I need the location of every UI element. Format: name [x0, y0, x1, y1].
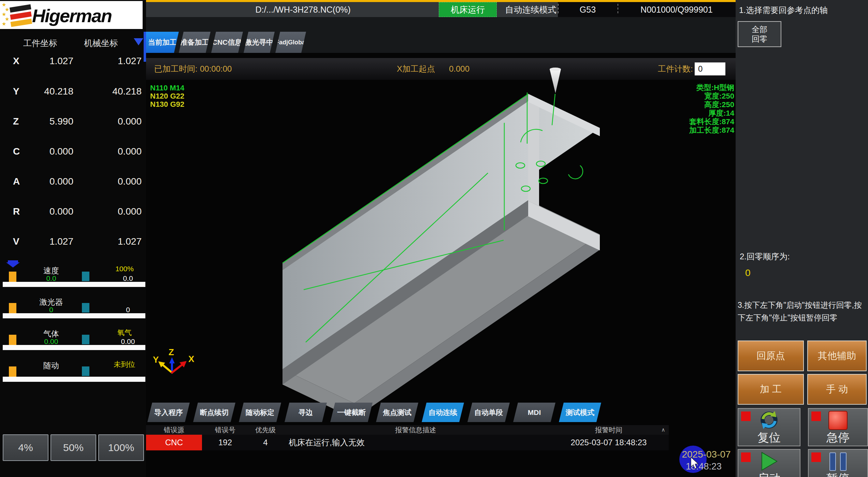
machine-status-button[interactable]: 机床运行: [439, 2, 497, 17]
reset-button[interactable]: 复位: [738, 408, 800, 446]
gauge-marker-teal: [82, 272, 89, 281]
axis-work-value: 0.000: [20, 146, 73, 157]
alarm-priority-cell: 4: [248, 435, 283, 450]
alarm-time-cell: 2025-03-07 18:48:23: [549, 435, 669, 450]
axis-work-value: 0.000: [20, 206, 73, 217]
axis-work-value: 40.218: [20, 86, 73, 97]
axis-y-label: Y: [153, 355, 159, 365]
view-zoom-100-button[interactable]: 100%: [98, 434, 144, 461]
view-zoom-4-button[interactable]: 4%: [3, 434, 48, 461]
pause-button[interactable]: 暂停: [808, 449, 868, 477]
gauge-right-value: 0.00: [104, 337, 152, 346]
axis-triad-icon: Y Z X: [153, 347, 194, 373]
gauge-label: 随动: [19, 360, 84, 371]
axis-name: Y: [13, 86, 19, 97]
tab-cnc-info[interactable]: CNC信息: [211, 32, 243, 53]
axis-name: V: [13, 236, 19, 247]
alarm-message-cell: 机床在运行,输入无效: [283, 435, 549, 450]
mouse-cursor-icon: [691, 457, 699, 469]
axis-machine-value: 0.000: [89, 176, 142, 187]
laser-nozzle-icon: [550, 68, 561, 93]
tab-import-program[interactable]: 导入程序: [147, 403, 190, 422]
tab-laser-centering[interactable]: 激光寻中: [244, 32, 275, 53]
go-origin-button[interactable]: 回原点: [738, 341, 804, 371]
tab-follow-calibration[interactable]: 随动标定: [239, 403, 281, 422]
cnc-hmi-screen: ★ ★ ★ ★ ★ Higerman 工件坐标 机械坐标 X 1.027 1.0…: [0, 0, 868, 477]
axis-machine-value: 40.218: [89, 86, 142, 97]
gauge-left-value: 0.00: [27, 337, 75, 346]
homing-panel: 1.选择需要回参考点的轴 全部 回零 2.回零顺序为: 0 3.按下左下角"启动…: [736, 0, 868, 477]
alarm-table-row[interactable]: CNC 192 4 机床在运行,输入无效 2025-03-07 18:48:23: [146, 435, 669, 450]
gauge-bar: [3, 313, 145, 318]
homing-step1-text: 1.选择需要回参考点的轴: [739, 5, 828, 16]
gauge-marker-orange: [9, 366, 16, 377]
alarm-source-cell: CNC: [146, 435, 202, 450]
sidebar: ★ ★ ★ ★ ★ Higerman 工件坐标 机械坐标 X 1.027 1.0…: [0, 0, 146, 477]
other-aux-button[interactable]: 其他辅助: [807, 341, 867, 371]
table-scroll-up-icon[interactable]: ∧: [661, 427, 665, 433]
start-button[interactable]: 启动: [738, 449, 800, 477]
gauge-marker-orange: [9, 335, 16, 345]
tab-auto-continuous[interactable]: 自动连续: [422, 403, 464, 422]
sidebar-scrollbar[interactable]: [144, 32, 146, 62]
alarm-table-header: 错误源 错误号 优先级 报警信息描述 报警时间: [146, 425, 669, 435]
alarm-header-code: 错误号: [202, 425, 248, 435]
machine-coord-header: 机械坐标: [81, 38, 121, 49]
view-zoom-50-button[interactable]: 50%: [50, 434, 96, 461]
estop-button[interactable]: 急停: [808, 408, 868, 446]
axis-machine-value: 0.000: [89, 146, 142, 157]
pause-icon: [829, 452, 847, 471]
alarm-code-cell: 192: [202, 435, 248, 450]
tab-fadjglobal[interactable]: FadjGlobalSe: [275, 32, 306, 53]
axis-name: A: [13, 176, 20, 187]
flag-stripes-icon: [9, 2, 34, 28]
gauge-right-value: 0.0: [104, 274, 152, 283]
indicator-light: [741, 452, 751, 462]
gauge-right-value: 0: [104, 306, 152, 314]
topbar: D:/.../WH-3H278.NC(0%) 机床运行 自动连续模式 G53 N…: [146, 0, 736, 17]
coord-system-label: G53: [558, 2, 618, 17]
indicator-light: [741, 411, 751, 421]
axis-work-value: 5.990: [20, 116, 73, 127]
tab-edge-seek[interactable]: 寻边: [285, 403, 327, 422]
alarm-header-priority: 优先级: [248, 425, 283, 435]
axis-machine-value: 0.000: [89, 116, 142, 127]
machining-button[interactable]: 加 工: [738, 374, 804, 405]
tab-auto-single-block[interactable]: 自动单段: [467, 403, 510, 422]
tab-one-key-cutoff[interactable]: 一键截断: [330, 403, 373, 422]
axis-name: Z: [13, 116, 19, 127]
tab-breakpoint-resume[interactable]: 断点续切: [193, 403, 235, 422]
tab-test-mode[interactable]: 测试模式: [559, 403, 601, 422]
gauge-gas: 气体 氧气 0.00 0.00: [0, 322, 146, 354]
play-icon: [759, 452, 779, 471]
axis-name: R: [13, 206, 20, 217]
tab-prepare-job[interactable]: 准备加工: [179, 32, 211, 53]
gauge-status: 未到位: [104, 360, 145, 369]
indicator-light: [811, 452, 821, 462]
gauge-status: 氧气: [104, 328, 145, 337]
tab-focus-test[interactable]: 焦点测试: [376, 403, 418, 422]
axis-x-label: X: [188, 354, 194, 364]
gauge-marker-orange: [9, 272, 16, 282]
homing-step2-text: 2.回零顺序为:: [740, 251, 790, 262]
alarm-header-time: 报警时间: [549, 425, 669, 435]
home-all-label-line1: 全部: [738, 25, 781, 34]
gauge-marker-teal: [82, 366, 89, 376]
home-all-button[interactable]: 全部 回零: [738, 21, 781, 47]
estop-label: 急停: [826, 430, 850, 446]
axis-machine-value: 1.027: [89, 236, 142, 247]
coord-dropdown-icon[interactable]: [134, 38, 143, 45]
manual-button[interactable]: 手 动: [807, 374, 867, 405]
gauge-marker-orange: [9, 303, 16, 313]
estop-icon: [828, 411, 848, 430]
tab-current-job[interactable]: 当前加工: [146, 32, 179, 53]
star-icon: ★: [2, 21, 6, 27]
axis-work-value: 1.027: [20, 56, 73, 67]
pause-label: 暂停: [826, 471, 850, 477]
alarm-header-source: 错误源: [146, 425, 202, 435]
gauge-left-value: 0: [27, 306, 75, 314]
program-file-path: D:/.../WH-3H278.NC(0%): [228, 2, 378, 17]
gauge-marker-teal: [82, 303, 89, 313]
tab-mdi[interactable]: MDI: [513, 403, 555, 422]
axis-name: X: [13, 56, 19, 67]
